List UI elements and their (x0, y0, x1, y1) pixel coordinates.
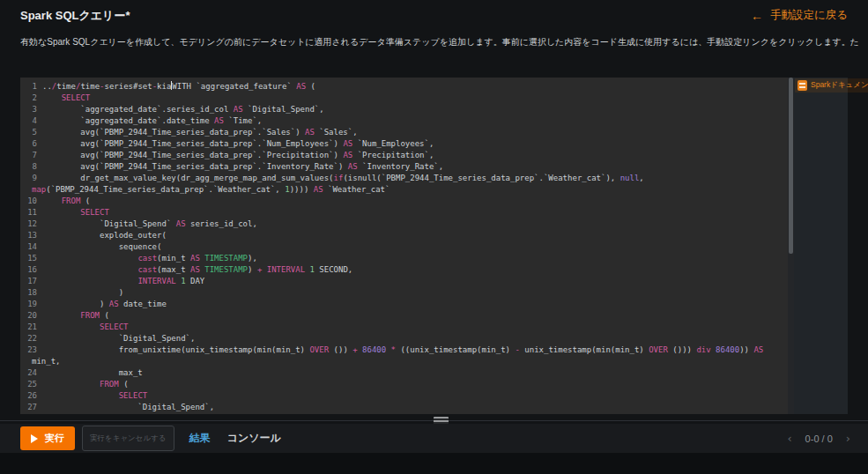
code-line[interactable]: 16 cast(max_t AS TIMESTAMP) + INTERVAL 1… (20, 264, 788, 276)
play-icon (31, 434, 38, 443)
line-number: 13 (20, 230, 37, 241)
cancel-run-button[interactable]: 実行をキャンセルする (82, 426, 174, 451)
code-line[interactable]: 1../time/time-series#set-kiaWITH `aggreg… (20, 81, 788, 93)
code-line[interactable]: 9 dr_get_max_value_key(dr_agg_merge_map_… (20, 173, 788, 184)
line-number: 24 (20, 367, 37, 379)
line-number (20, 356, 26, 367)
line-number: 5 (20, 127, 37, 138)
run-button[interactable]: 実行 (20, 426, 75, 450)
code-line[interactable]: 22 `Digital_Spend`, (20, 333, 788, 344)
code-line[interactable]: 13 explode_outer( (20, 230, 788, 241)
line-number: 6 (20, 138, 37, 150)
line-number: 19 (20, 299, 37, 310)
code-line[interactable]: 11 SELECT (20, 207, 788, 218)
line-number: 20 (20, 310, 37, 322)
code-line[interactable]: 20 FROM ( (20, 310, 788, 322)
results-area (0, 453, 868, 474)
code-line[interactable]: min_t, (20, 356, 788, 367)
description-text: 有効なSpark SQLクエリーを作成して、モデリングの前にデータセットに適用さ… (20, 36, 859, 48)
code-line[interactable]: 23 from_unixtime(unix_timestamp(min(min_… (20, 344, 788, 356)
back-arrow-icon: ← (751, 10, 763, 22)
code-line[interactable]: map(`PBMP_2944_Time_series_data_prep`.`W… (20, 184, 788, 196)
spark-docs-panel (794, 78, 848, 414)
line-number: 4 (20, 115, 37, 127)
code-line[interactable]: 24 max_t (20, 367, 788, 379)
run-button-label: 実行 (45, 432, 64, 445)
chevron-right-icon[interactable]: › (846, 433, 850, 444)
line-number: 12 (20, 218, 37, 230)
spark-docs-label: Sparkドキュメント (811, 80, 868, 91)
line-number: 27 (20, 402, 37, 413)
editor-vertical-scrollbar[interactable] (788, 78, 794, 414)
code-rows[interactable]: 1../time/time-series#set-kiaWITH `aggreg… (20, 78, 788, 414)
code-line[interactable]: 8 avg(`PBMP_2944_Time_series_data_prep`.… (20, 161, 788, 173)
sql-code-editor[interactable]: 1../time/time-series#set-kiaWITH `aggreg… (20, 78, 848, 414)
code-line[interactable]: 3 `aggregated_date`.series_id_col AS `Di… (20, 104, 788, 115)
footer-toolbar: 実行 実行をキャンセルする 結果コンソール ‹ 0-0 / 0 › (0, 424, 868, 453)
book-icon (798, 80, 807, 91)
page-title: Spark SQLクエリー* (20, 8, 130, 24)
line-number: 9 (20, 173, 37, 184)
code-line[interactable]: 12 `Digital_Spend` AS series_id_col, (20, 218, 788, 230)
spark-docs-link[interactable]: Sparkドキュメント (795, 78, 868, 93)
tab-console[interactable]: コンソール (227, 431, 281, 446)
code-line[interactable]: 4 `aggregated_date`.date_time AS `Time`, (20, 115, 788, 127)
results-pagination: ‹ 0-0 / 0 › (787, 433, 850, 444)
code-line[interactable]: 21 SELECT (20, 322, 788, 333)
scrollbar-thumb[interactable] (789, 78, 793, 254)
line-number: 22 (20, 333, 37, 344)
cancel-button-label: 実行をキャンセルする (90, 433, 167, 444)
line-number: 10 (20, 196, 37, 207)
back-to-manual-settings-link[interactable]: ← 手動設定に戻る (751, 8, 848, 23)
spark-sql-editor-page: { "header": { "title": "Spark SQLクエリー*",… (0, 0, 868, 474)
code-line[interactable]: 25 FROM ( (20, 379, 788, 390)
code-line[interactable]: 26 SELECT (20, 390, 788, 402)
line-number: 17 (20, 276, 37, 287)
code-line[interactable]: 19 ) AS date_time (20, 299, 788, 310)
line-number: 21 (20, 322, 37, 333)
line-number: 25 (20, 379, 37, 390)
line-number: 3 (20, 104, 37, 115)
chevron-left-icon[interactable]: ‹ (787, 433, 791, 444)
result-tabs: 結果コンソール (189, 431, 281, 446)
line-number: 23 (20, 344, 37, 356)
code-line[interactable]: 15 cast(min_t AS TIMESTAMP), (20, 253, 788, 264)
tab-results[interactable]: 結果 (189, 431, 211, 446)
line-number: 1 (20, 81, 37, 93)
line-number: 26 (20, 390, 37, 402)
code-line[interactable]: 2 SELECT (20, 93, 788, 104)
line-number: 18 (20, 287, 37, 299)
code-line[interactable]: 7 avg(`PBMP_2944_Time_series_data_prep`.… (20, 150, 788, 161)
code-line[interactable]: 10 FROM ( (20, 196, 788, 207)
line-number: 2 (20, 93, 37, 104)
code-line[interactable]: 6 avg(`PBMP_2944_Time_series_data_prep`.… (20, 138, 788, 150)
line-number: 16 (20, 264, 37, 276)
line-number: 11 (20, 207, 37, 218)
code-line[interactable]: 5 avg(`PBMP_2944_Time_series_data_prep`.… (20, 127, 788, 138)
line-number: 7 (20, 150, 37, 161)
code-line[interactable]: 27 `Digital_Spend`, (20, 402, 788, 413)
code-line[interactable]: 14 sequence( (20, 241, 788, 253)
line-number: 8 (20, 161, 37, 173)
code-line[interactable]: 18 ) (20, 287, 788, 299)
back-link-label: 手動設定に戻る (770, 8, 848, 23)
line-number (20, 184, 26, 196)
code-line[interactable]: 17 INTERVAL 1 DAY (20, 276, 788, 287)
page-range-label: 0-0 / 0 (805, 433, 833, 444)
line-number: 15 (20, 253, 37, 264)
line-number: 14 (20, 241, 37, 253)
